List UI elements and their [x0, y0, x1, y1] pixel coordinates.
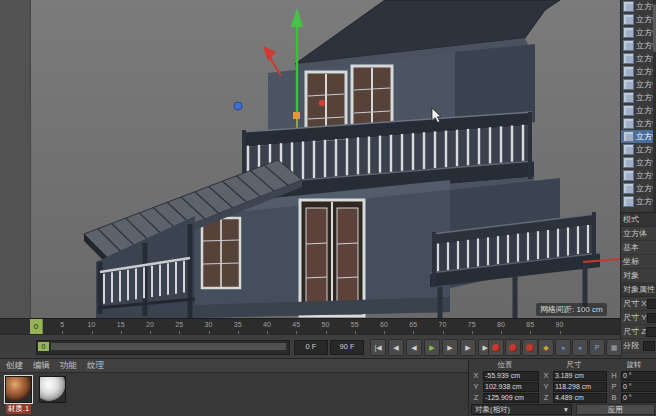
size-value-input[interactable]: 4.489 cm [553, 393, 607, 403]
ruler-tick-label: 10 [82, 321, 102, 328]
attribute-row[interactable]: 分段 [621, 339, 656, 353]
rotation-value-input[interactable]: 0 ° [621, 382, 656, 392]
attribute-value-box[interactable] [647, 299, 656, 309]
timeline-range-slider[interactable]: 0 [36, 340, 290, 355]
object-manager-item[interactable]: 立方体 [621, 39, 656, 52]
goto-start-button[interactable]: |◀ [370, 339, 386, 356]
material-menu-创建[interactable]: 创建 [6, 360, 23, 372]
y-axis-arrow-icon[interactable] [291, 8, 303, 27]
timeline-playhead[interactable]: 0 [30, 319, 43, 335]
position-value-input[interactable]: 102.938 cm [483, 382, 539, 392]
object-manager-item[interactable]: 立方体 [621, 117, 656, 130]
attribute-row[interactable]: 坐标 [621, 255, 656, 269]
key-pla-button[interactable]: ▦ [606, 339, 622, 356]
object-manager-item[interactable]: 立方体 [621, 52, 656, 65]
object-manager-item[interactable]: 立方体 [621, 143, 656, 156]
key-scale-button[interactable]: ● [555, 339, 571, 356]
attribute-row[interactable]: 基本 [621, 241, 656, 255]
object-manager-item[interactable]: 立方体 [621, 104, 656, 117]
position-value-input[interactable]: -125.909 cm [483, 393, 539, 403]
key-parameter-button[interactable]: P [589, 339, 605, 356]
size-value-input[interactable]: 118.298 cm [553, 382, 607, 392]
attribute-row[interactable]: 对象 [621, 269, 656, 283]
side-window[interactable] [202, 218, 240, 288]
red-axis-handle[interactable] [319, 100, 325, 106]
attribute-manager-panel: 模式立方体基本坐标对象对象属性尺寸 X尺寸 Y尺寸 Z分段 [620, 212, 656, 359]
apply-button[interactable]: 应用 [576, 404, 655, 415]
record-keyframe-button[interactable] [488, 339, 504, 356]
attribute-value-box[interactable] [646, 327, 656, 337]
material-item[interactable]: 材质.1 [4, 376, 33, 414]
coord-header-1[interactable]: 位置 [471, 360, 539, 370]
current-frame-marker[interactable]: 0 [38, 342, 49, 351]
previous-key-button[interactable]: ◀ [388, 339, 404, 356]
material-item[interactable] [38, 376, 67, 414]
grid-spacing-label: 网格间距: 100 cm [536, 303, 607, 316]
attribute-row[interactable]: 尺寸 Y [621, 311, 656, 325]
next-frame-button[interactable]: ▶ [442, 339, 458, 356]
record-options-button[interactable] [522, 339, 538, 356]
attribute-row[interactable]: 对象属性 [621, 283, 656, 297]
coordinate-space-value: 对象(相对) [475, 405, 510, 414]
cube-object-icon [623, 144, 634, 155]
coordinate-space-dropdown[interactable]: 对象(相对) ▾ [471, 404, 572, 415]
coord-header-2[interactable]: 尺寸 [541, 360, 607, 370]
material-name-label[interactable]: 材质.1 [6, 404, 31, 414]
cube-object-icon [623, 118, 634, 129]
attribute-value-box[interactable] [643, 341, 655, 351]
key-position-button[interactable]: ◆ [538, 339, 554, 356]
attribute-row[interactable]: 尺寸 X [621, 297, 656, 311]
material-thumbnail-wood[interactable] [5, 376, 32, 403]
rotation-value-input[interactable]: 0 ° [621, 371, 656, 381]
cube-object-icon [623, 27, 634, 38]
record-autokey-button[interactable] [505, 339, 521, 356]
object-manager-item[interactable]: 立方体 [621, 182, 656, 195]
material-list: 材质.1 [0, 373, 468, 416]
cube-object-icon [623, 105, 634, 116]
scene-canvas[interactable] [0, 0, 620, 318]
object-manager-item[interactable]: 立方体 [621, 0, 656, 13]
frame-start-input[interactable]: 0 F [294, 340, 328, 355]
attribute-label: 立方体 [623, 228, 647, 239]
attribute-row[interactable]: 立方体 [621, 227, 656, 241]
viewport-3d[interactable]: 网格间距: 100 cm [0, 0, 620, 318]
rotation-axis-label: H [609, 371, 619, 381]
attribute-row[interactable]: 模式 [621, 213, 656, 227]
chevron-down-icon: ▾ [564, 405, 568, 414]
cube-object-icon [623, 157, 634, 168]
material-menu-功能[interactable]: 功能 [60, 360, 77, 372]
red-axis-arrow-icon[interactable] [263, 46, 276, 61]
object-manager-item[interactable]: 立方体 [621, 169, 656, 182]
range-slider-fill [51, 343, 286, 350]
object-manager-item[interactable]: 立方体 [621, 195, 656, 208]
position-value-input[interactable]: -55.939 cm [483, 371, 539, 381]
blue-axis-handle[interactable] [234, 102, 242, 110]
object-manager-item[interactable]: 立方体 [621, 130, 656, 143]
material-menu-纹理[interactable]: 纹理 [87, 360, 104, 372]
material-thumbnail-white[interactable] [39, 376, 66, 403]
record-dot-icon [526, 344, 534, 352]
object-manager-item[interactable]: 立方体 [621, 13, 656, 26]
next-key-button[interactable]: ▶ [460, 339, 476, 356]
object-manager-item[interactable]: 立方体 [621, 26, 656, 39]
key-rotation-button[interactable]: ● [572, 339, 588, 356]
ruler-tick-label: 65 [403, 321, 423, 328]
rotation-value-input[interactable]: 0 ° [621, 393, 656, 403]
object-manager-item[interactable]: 立方体 [621, 65, 656, 78]
coord-header-3[interactable]: 旋转 [609, 360, 656, 370]
frame-end-input[interactable]: 90 F [330, 340, 364, 355]
play-button[interactable]: ▶ [424, 339, 440, 356]
attribute-value-box[interactable] [647, 313, 656, 323]
material-menu-编辑[interactable]: 编辑 [33, 360, 50, 372]
object-manager-item[interactable]: 立方体 [621, 91, 656, 104]
ruler-tick-label: 60 [374, 321, 394, 328]
attribute-row[interactable]: 尺寸 Z [621, 325, 656, 339]
size-value-input[interactable]: 3.189 cm [553, 371, 607, 381]
double-door[interactable] [300, 200, 364, 316]
object-manager-item[interactable]: 立方体 [621, 156, 656, 169]
gizmo-center-handle[interactable] [293, 112, 300, 119]
object-manager-item[interactable]: 立方体 [621, 78, 656, 91]
previous-frame-button[interactable]: ◀ [406, 339, 422, 356]
ruler-tick-label: 40 [257, 321, 277, 328]
house-model[interactable] [84, 0, 600, 318]
